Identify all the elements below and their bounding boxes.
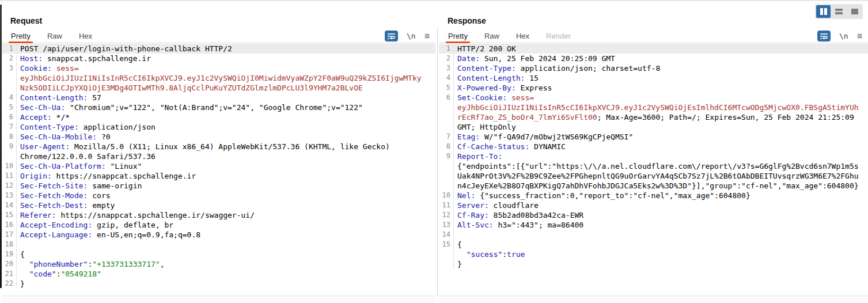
code-line: 3Cookie: sess= [2,63,435,73]
code-text: {"endpoints":[{"url":"https:\/\/a.nel.cl… [454,161,868,171]
code-line: 19{ [2,249,435,259]
line-number: 15 [2,210,17,220]
request-tab-pretty[interactable]: Pretty [11,29,31,43]
line-number: 7 [439,132,454,142]
line-number: 20 [2,259,17,269]
request-tab-hex[interactable]: Hex [79,29,92,43]
line-number [439,249,454,259]
request-tab-tools: \n ≡ [385,29,430,43]
line-number [439,171,454,181]
line-number: 13 [439,220,454,230]
code-line: 12Sec-Fetch-Site: same-origin [2,181,435,191]
line-number: 8 [439,142,454,152]
newline-toggle-icon[interactable]: \n [407,32,416,40]
line-number [439,259,454,269]
line-number: 17 [2,230,17,240]
code-text: n4cJeyEXe%2B8O7qBXPKigQ7ahDhVFohbJDGJCa5… [454,181,868,191]
code-text: Content-Type: application/json [17,122,435,132]
code-text: { [17,249,435,259]
code-line: 13Sec-Fetch-Mode: cors [2,191,435,200]
code-text: Cf-Ray: 85b2ad08bd3a42ca-EWR [454,210,868,220]
code-text: Cookie: sess= [17,63,435,73]
line-number: 21 [2,269,17,279]
code-text: Report-To: [454,152,868,161]
response-tab-hex[interactable]: Hex [516,29,529,43]
code-text: Date: Sun, 25 Feb 2024 20:25:09 GMT [454,54,868,63]
line-number [2,73,17,83]
line-number: 7 [2,122,17,132]
word-wrap-icon[interactable] [385,31,398,41]
code-text [454,230,868,240]
code-text: Cf-Cache-Status: DYNAMIC [454,142,868,152]
line-number: 2 [439,54,454,63]
code-text: Content-Length: 57 [17,93,435,103]
code-text: Accept-Language: en-US,en;q=0.9,fa;q=0.8 [17,230,435,240]
code-line: eyJhbGciOiJIUzI1NiIsInR5cCI6IkpXVCJ9.eyJ… [2,73,435,83]
code-line: 9User-Agent: Mozilla/5.0 (X11; Linux x86… [2,142,435,152]
code-text: Server: cloudflare [454,200,868,210]
line-number: 3 [2,63,17,73]
code-line: 2Date: Sun, 25 Feb 2024 20:25:09 GMT [439,54,868,63]
code-line: GMT; HttpOnly [439,122,868,132]
response-tab-render: Render [546,29,571,43]
code-line: 20 "phoneNumber":"+133731333717", [2,259,435,269]
line-number [439,122,454,132]
code-text: Chrome/122.0.0.0 Safari/537.36 [17,152,435,161]
request-tabbar: Pretty Raw Hex [2,29,435,43]
code-line: n4cJeyEXe%2B8O7qBXPKigQ7ahDhVFohbJDGJCa5… [439,181,868,191]
line-number: 13 [2,191,17,200]
code-line: 3Content-Type: application/json; charset… [439,63,868,73]
panel-divider[interactable] [437,28,438,297]
code-text: Accept: */* [17,112,435,122]
code-text: Sec-Ch-Ua-Mobile: ?0 [17,132,435,142]
code-text: Sec-Ch-Ua-Platform: "Linux" [17,161,435,171]
word-wrap-icon[interactable] [817,31,831,41]
response-title: Response [448,16,486,25]
code-text: } [454,259,868,269]
code-line: eyJhbGciOiJIUzI1NiIsInR5cCI6IkpXVCJ9.eyJ… [439,103,868,112]
line-number: 3 [439,63,454,73]
code-line: 13Alt-Svc: h3=":443"; ma=86400 [439,220,868,230]
code-text: Uak4NPrOt3V%2F%2B9C9Zee%2FPGhepnltQG9uOr… [454,171,868,181]
response-tab-raw[interactable]: Raw [484,29,499,43]
code-line: 18 [2,240,435,249]
code-text: Nel: {"success_fraction":0,"report_to":"… [454,191,868,200]
response-bottom-strip [439,296,868,303]
code-line: 5Sec-Ch-Ua: "Chromium";v="122", "Not(A:B… [2,103,435,112]
code-text: rEcRf7ao_ZS_boOr4_7lmYi6SvFlt00; Max-Age… [454,112,868,122]
code-text: Set-Cookie: sess= [454,93,868,103]
line-number: 18 [2,240,17,249]
line-number: 4 [439,73,454,83]
code-text: HTTP/2 200 OK [454,44,868,54]
code-line: "sucess":true [439,249,868,259]
line-number: 16 [2,220,17,230]
code-text: "code":"0549218" [17,269,435,279]
code-text: Content-Length: 15 [454,73,868,83]
code-line: 5X-Powered-By: Express [439,83,868,93]
code-text: Sec-Fetch-Dest: empty [17,200,435,210]
code-text: eyJhbGciOiJIUzI1NiIsInR5cCI6IkpXVCJ9.eyJ… [17,73,435,83]
code-text [17,240,435,249]
menu-icon[interactable]: ≡ [857,31,862,41]
code-line: 11Origin: https://snappcat.spchallenge.i… [2,171,435,181]
menu-icon[interactable]: ≡ [424,31,430,41]
code-text: Sec-Fetch-Mode: cors [17,191,435,200]
code-line: 6Set-Cookie: sess= [439,93,868,103]
request-bottom-strip [2,296,435,303]
line-number [439,112,454,122]
code-line: 4Content-Length: 57 [2,93,435,103]
line-number: 22 [2,279,17,289]
code-text: Etag: W/"f-QA9d7/mObwj2tWS69KgCPjeQMSI" [454,132,868,142]
request-tab-raw[interactable]: Raw [47,29,62,43]
line-number [2,83,17,93]
line-number: 14 [439,230,454,240]
request-panel: Request Pretty Raw Hex \n ≡ 1POST /api/u… [2,1,435,303]
code-line: 15Referer: https://snappcat.spchallenge.… [2,210,435,220]
request-editor[interactable]: 1POST /api/user/login-with-phone-callbac… [2,44,435,296]
request-title: Request [10,16,42,25]
code-line: 2Host: snappcat.spchallenge.ir [2,54,435,63]
line-number: 19 [2,249,17,259]
response-editor[interactable]: 1HTTP/2 200 OK2Date: Sun, 25 Feb 2024 20… [439,44,868,296]
response-tab-pretty[interactable]: Pretty [448,29,468,43]
newline-toggle-icon[interactable]: \n [839,32,848,40]
